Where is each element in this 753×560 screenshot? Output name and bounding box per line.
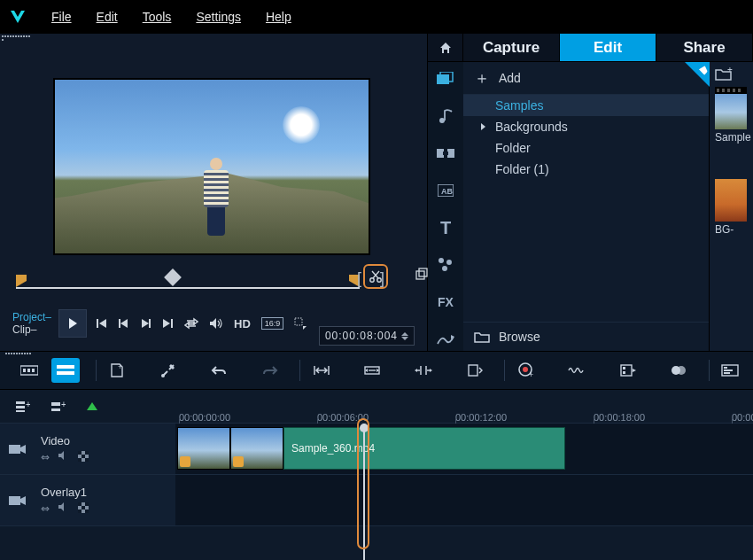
tree-item-folder[interactable]: Folder	[463, 137, 709, 159]
zoom-fit-button[interactable]	[307, 358, 335, 383]
track-name: Video	[41, 434, 89, 447]
svg-marker-8	[120, 319, 128, 328]
preview-viewport[interactable]	[53, 78, 370, 255]
timecode-spinner[interactable]	[401, 332, 408, 340]
timeline-view-button[interactable]	[51, 358, 79, 383]
loop-button[interactable]	[184, 317, 198, 330]
rail-text-icon[interactable]: T	[436, 218, 455, 237]
menu-tools[interactable]: Tools	[143, 10, 172, 24]
svg-marker-71	[20, 445, 26, 454]
svg-rect-55	[623, 371, 625, 374]
tree-item-backgrounds[interactable]: Backgrounds	[463, 116, 709, 137]
svg-rect-3	[416, 271, 424, 279]
svg-text:+: +	[118, 362, 122, 371]
time-ruler[interactable]: 00:00:00:00 00:00:06:00 00:00:12:00 00:0…	[175, 390, 753, 423]
link-icon[interactable]: ⇔	[41, 502, 50, 515]
tools-button[interactable]	[154, 358, 182, 383]
pin-panel-icon[interactable]	[685, 62, 710, 87]
svg-marker-56	[633, 369, 636, 372]
svg-rect-34	[733, 89, 735, 92]
tab-capture[interactable]: Capture	[463, 34, 560, 61]
insert-media-button[interactable]: +	[103, 358, 130, 383]
menu-file[interactable]: File	[51, 10, 72, 24]
rail-audio-icon[interactable]	[436, 106, 455, 126]
thumb-sample[interactable]: Sample	[715, 87, 753, 144]
track-head-overlay1[interactable]: Overlay1 ⇔	[0, 475, 175, 525]
rail-paths-icon[interactable]	[436, 330, 455, 349]
transparency-icon[interactable]	[78, 502, 89, 515]
record-button[interactable]: +	[512, 358, 540, 383]
expand-arrow-icon	[481, 123, 485, 130]
svg-rect-39	[32, 369, 35, 372]
rail-fx-icon[interactable]: FX	[436, 292, 455, 312]
multicam-button[interactable]	[665, 358, 693, 383]
mute-icon[interactable]	[58, 451, 69, 463]
clip-label: Sample_360.mp4	[283, 427, 565, 470]
chapter-button[interactable]	[614, 358, 641, 383]
track-video: Video ⇔ Sample_360.mp4	[0, 424, 753, 475]
frame-forward-button[interactable]	[140, 318, 151, 329]
menu-settings[interactable]: Settings	[196, 10, 241, 24]
redo-button[interactable]	[256, 358, 283, 383]
frame-back-button[interactable]	[119, 318, 129, 329]
track-head-video[interactable]: Video ⇔	[0, 424, 175, 474]
svg-rect-37	[23, 369, 26, 372]
menu-help[interactable]: Help	[266, 10, 291, 24]
timecode-display[interactable]: 00:00:08:004	[319, 326, 415, 346]
audio-mixer-button[interactable]	[563, 358, 591, 383]
menu-bar: File Edit Tools Settings Help	[0, 0, 753, 34]
tab-edit[interactable]: Edit	[560, 34, 656, 61]
storyboard-view-button[interactable]	[15, 358, 43, 383]
mute-icon[interactable]	[58, 502, 69, 515]
rail-title-icon[interactable]: AB	[436, 181, 455, 200]
trim-track[interactable]	[16, 287, 360, 289]
link-icon[interactable]: ⇔	[41, 451, 50, 463]
menu-edit[interactable]: Edit	[97, 10, 118, 24]
rail-transitions-icon[interactable]	[436, 144, 455, 163]
panel-grip-icon[interactable]	[5, 353, 31, 354]
undo-button[interactable]	[206, 358, 233, 383]
svg-rect-64	[16, 406, 25, 408]
transparency-icon[interactable]	[78, 451, 89, 463]
split-clip-button[interactable]	[363, 264, 388, 289]
svg-point-43	[161, 374, 165, 377]
resize-menu-button[interactable]	[294, 317, 307, 330]
playhead-marker-icon[interactable]	[164, 268, 182, 286]
library-add-button[interactable]: ＋ Add	[463, 62, 709, 95]
zoom-selection-button[interactable]	[409, 358, 437, 383]
go-start-button[interactable]	[96, 317, 108, 330]
track-options-button[interactable]	[717, 358, 744, 383]
rail-graphics-icon[interactable]	[436, 255, 455, 275]
snapshot-button[interactable]	[415, 268, 429, 282]
go-end-button[interactable]	[161, 317, 174, 330]
clip-sample-360[interactable]: Sample_360.mp4	[177, 427, 565, 470]
svg-rect-38	[27, 369, 30, 372]
svg-marker-7	[99, 319, 106, 328]
thumb-bg[interactable]: BG-	[715, 179, 753, 236]
trim-start-handle[interactable]	[16, 275, 27, 287]
play-button[interactable]	[58, 309, 87, 338]
aspect-ratio-button[interactable]: 16:9	[261, 317, 284, 330]
scroll-up-icon[interactable]	[87, 402, 97, 410]
library-browse-button[interactable]: Browse	[463, 322, 709, 351]
ripple-button[interactable]	[461, 358, 488, 383]
tab-share[interactable]: Share	[656, 34, 753, 61]
volume-button[interactable]	[209, 317, 223, 330]
track-height-button[interactable]: +	[51, 401, 66, 413]
rail-media-icon[interactable]	[436, 69, 455, 89]
svg-marker-48	[430, 369, 432, 372]
new-folder-button[interactable]: +	[715, 67, 734, 82]
tree-item-samples[interactable]: Samples	[463, 95, 709, 116]
fit-project-button[interactable]	[359, 358, 386, 383]
home-button[interactable]	[428, 34, 463, 61]
track-body-overlay1[interactable]	[175, 475, 753, 525]
track-body-video[interactable]: Sample_360.mp4	[175, 424, 753, 474]
svg-rect-35	[738, 89, 741, 92]
mode-project-clip[interactable]: Project– Clip–	[12, 311, 51, 336]
quality-hd-button[interactable]: HD	[234, 317, 251, 331]
tree-item-folder-1[interactable]: Folder (1)	[463, 159, 709, 180]
svg-rect-77	[78, 458, 82, 462]
panel-grip-icon[interactable]	[0, 34, 34, 43]
svg-rect-13	[171, 319, 173, 328]
track-height-all-button[interactable]: +	[16, 401, 30, 413]
